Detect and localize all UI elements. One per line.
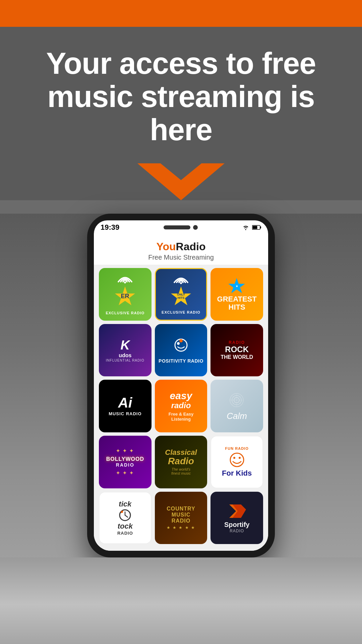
svg-point-20	[239, 457, 241, 459]
speaker-notch	[164, 225, 190, 229]
top-bar	[0, 0, 362, 27]
svg-point-3	[124, 281, 126, 283]
kudos-main-label: udos	[119, 353, 131, 359]
svg-point-18	[230, 453, 244, 467]
rock-radio-prefix: RADIO	[229, 340, 245, 345]
positivity-label: POSITIVITY RADIO	[159, 358, 203, 364]
phone-frame: 19:39	[87, 214, 275, 557]
easy-label: easy	[170, 391, 192, 401]
radio-card-bollywood[interactable]: ✦ ✦ ✦ BOLLYWOOD RADIO ✦ ✦ ✦	[99, 436, 152, 488]
radio-card-ticktock[interactable]: tick tock radio	[99, 492, 152, 544]
ticktock-radio-label: radio	[117, 531, 133, 536]
svg-marker-25	[233, 504, 246, 518]
classical-radio-script: Radio	[168, 457, 194, 466]
greatest-hits-label: GREATEST	[217, 296, 257, 303]
svg-point-6	[180, 282, 182, 284]
classical-finest: finest music	[171, 471, 191, 475]
for-kids-label: For Kids	[222, 469, 252, 478]
hero-title: Your access to free music streaming is h…	[13, 47, 349, 147]
radio-card-fun-kids[interactable]: FUN RADIO For Kids	[210, 436, 263, 488]
radio-card-exclusive-radio-blue[interactable]: ONLY HITS EXCLUSIVE RADIO	[155, 268, 207, 321]
svg-rect-1	[260, 226, 261, 228]
bollywood-decor: ✦ ✦ ✦	[116, 448, 134, 453]
greatest-hits-star-icon: ★	[228, 277, 246, 296]
chevron-down-icon	[137, 163, 225, 200]
easy-listening-label: Listening	[171, 417, 191, 422]
hero-section: Your access to free music streaming is h…	[0, 27, 362, 200]
radio-card-greatest-hits[interactable]: ★ GREATEST HITS	[210, 268, 263, 321]
radio-grid: ER EXCLUSIVE RADIO	[94, 265, 268, 551]
camera-notch	[193, 225, 198, 230]
notch-area	[164, 225, 198, 230]
kudos-letter-k: K	[121, 338, 130, 353]
classical-label: Classical	[165, 448, 197, 457]
svg-point-13	[177, 342, 180, 345]
bollywood-radio-label: RADIO	[116, 462, 134, 468]
svg-text:ONLY: ONLY	[177, 293, 185, 296]
wifi-status-icon	[242, 225, 249, 230]
positivity-bird-icon	[171, 337, 191, 357]
er-blue-star-icon: ONLY HITS	[169, 285, 193, 308]
status-icons	[242, 225, 261, 230]
radio-card-classical[interactable]: Classical Radio The world's finest music	[155, 436, 207, 488]
er-blue-label: EXCLUSIVE RADIO	[162, 310, 200, 314]
radio-card-sportify[interactable]: Sportify Radio	[210, 492, 263, 544]
radio-card-positivity[interactable]: POSITIVITY RADIO	[155, 324, 207, 377]
tick-tock-label: tick	[119, 500, 131, 508]
radio-card-rock[interactable]: RADIO ROCK THE WORLD	[210, 324, 263, 377]
radio-card-easy-radio[interactable]: easy radio Free & Easy Listening	[155, 380, 207, 432]
classical-sub: The world's	[172, 467, 190, 471]
country-stars: ★ ★ ★ ★ ★	[167, 525, 195, 530]
er-green-label: EXCLUSIVE RADIO	[106, 311, 144, 315]
svg-rect-2	[253, 226, 257, 229]
calm-label: Calm	[227, 411, 247, 421]
svg-text:★: ★	[236, 285, 238, 288]
time-display: 19:39	[101, 223, 119, 232]
phone-mockup: 19:39	[0, 214, 362, 557]
wifi-arc-blue-icon	[173, 274, 189, 284]
music-label: MUSIC	[172, 512, 191, 518]
tock-label: tock	[118, 522, 133, 531]
app-subtitle: Free Music Streaming	[97, 254, 265, 261]
radio-card-exclusive-radio-green[interactable]: ER EXCLUSIVE RADIO	[99, 268, 152, 321]
ai-music-label: MUSIC RADIO	[109, 411, 141, 416]
bollywood-decor-bottom: ✦ ✦ ✦	[116, 470, 134, 476]
wifi-arc-icon	[117, 273, 133, 283]
clock-icon	[118, 508, 132, 522]
smiley-face-icon	[227, 450, 247, 469]
radio-card-country[interactable]: COUNTRY MUSIC RADIO ★ ★ ★ ★ ★	[155, 492, 207, 544]
radio-card-calm[interactable]: Calm	[210, 380, 263, 432]
sportify-chevron-icon	[228, 503, 246, 520]
bollywood-label: BOLLYWOOD	[106, 456, 144, 462]
country-radio-label: RADIO	[172, 518, 191, 524]
status-bar: 19:39	[94, 220, 268, 234]
country-label: COUNTRY	[167, 506, 195, 512]
the-world-label: THE WORLD	[221, 354, 253, 360]
app-title-you: You	[157, 240, 176, 253]
svg-point-14	[179, 339, 183, 342]
svg-line-23	[125, 515, 128, 517]
fun-radio-label: FUN RADIO	[225, 446, 249, 450]
sportify-label: Sportify	[224, 521, 250, 529]
sportify-radio-label: Radio	[230, 529, 244, 533]
kudos-sub-label: INFLUENTIAL RADIO	[106, 359, 144, 362]
radio-card-kudos[interactable]: K udos INFLUENTIAL RADIO	[99, 324, 152, 377]
svg-text:ER: ER	[121, 293, 129, 300]
svg-text:HITS: HITS	[178, 296, 185, 300]
ai-letter: Ai	[118, 396, 132, 410]
radio-card-ai-music[interactable]: Ai MUSIC RADIO	[99, 380, 152, 432]
app-title: YouRadio	[97, 240, 265, 253]
er-star-icon: ER	[113, 285, 137, 308]
svg-point-19	[233, 457, 235, 459]
battery-status-icon	[252, 225, 261, 230]
radio-label: radio	[171, 401, 191, 410]
app-screen: YouRadio Free Music Streaming	[94, 234, 268, 551]
rock-label: ROCK	[225, 345, 249, 354]
calm-mandala-icon	[228, 391, 246, 410]
easy-sub-label: Free & Easy	[169, 412, 193, 417]
app-title-radio: Radio	[176, 240, 206, 253]
app-header: YouRadio Free Music Streaming	[94, 234, 268, 265]
bottom-area	[0, 557, 362, 644]
hits-label: HITS	[217, 303, 257, 312]
